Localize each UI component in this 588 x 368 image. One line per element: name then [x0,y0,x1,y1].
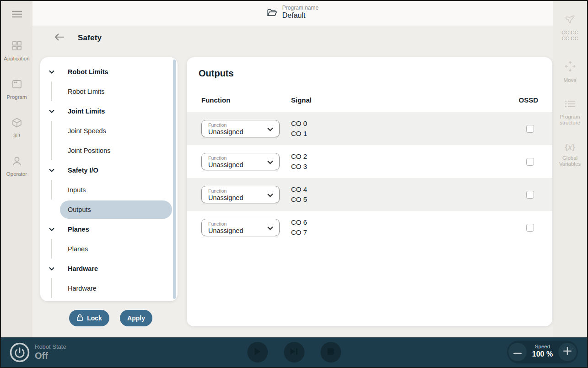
sidebar-item-program-structure[interactable]: Program structure [553,99,587,126]
speed-decrease-button[interactable] [508,343,527,361]
tree-item-label: Robot Limits [68,88,105,95]
tree-item-joint-speeds[interactable]: Joint Speeds [40,121,178,141]
stop-button[interactable] [320,342,341,363]
tree-item-label: Robot Limits [68,68,108,76]
program-icon [11,79,22,92]
tree-item-label: Safety I/O [68,167,98,174]
sidebar-item-label: CC CC [561,30,578,36]
play-button[interactable] [247,342,268,363]
tree-item-inputs[interactable]: Inputs [40,180,178,200]
tree-section-joint-limits[interactable]: Joint Limits [40,101,178,121]
function-dropdown[interactable]: Function Unassigned [201,120,280,137]
hand-icon [564,14,576,27]
sidebar-item-operator[interactable]: Operator [1,156,32,177]
table-row: Function Unassigned CO 4 CO 5 [187,178,552,211]
skip-next-button[interactable] [284,342,304,363]
robot-status-bar: Robot State Off Speed 100 % [1,337,587,367]
tree-scrollbar[interactable] [173,60,176,299]
sidebar-item-label: Application [4,56,29,61]
tree-item-joint-positions[interactable]: Joint Positions [40,141,178,160]
menu-button[interactable] [1,6,32,24]
ossd-checkbox[interactable] [526,191,534,199]
top-header: Program name Default [32,1,553,26]
tree-section-safety-io[interactable]: Safety I/O [40,160,178,180]
chevron-down-icon [267,225,274,233]
function-dropdown[interactable]: Function Unassigned [201,153,280,170]
tree-item-outputs[interactable]: Outputs [40,200,178,219]
ossd-checkbox[interactable] [526,125,534,133]
3d-icon [11,117,22,130]
speed-label: Speed [528,344,557,349]
page-head: Safety [32,33,102,43]
sidebar-item-label: Global [559,155,581,161]
sidebar-item-label: Variables [559,161,581,167]
sidebar-item-label: structure [560,120,580,126]
sidebar-item-3d[interactable]: 3D [1,117,32,138]
global-variables-icon: {x} [565,143,575,152]
chevron-down-icon [267,159,274,168]
right-sidebar: CC CC CC CC Move Program structure {x} [553,1,587,337]
tree-item-robot-limits[interactable]: Robot Limits [40,81,178,101]
sidebar-item-cc[interactable]: CC CC CC CC [553,14,587,42]
outputs-title: Outputs [199,68,234,79]
table-row: Function Unassigned CO 0 CO 1 [187,112,552,145]
sidebar-item-program[interactable]: Program [1,79,32,100]
column-header-signal: Signal [291,96,518,104]
tree-section-robot-limits[interactable]: Robot Limits [40,62,178,81]
ossd-checkbox[interactable] [526,224,534,232]
chevron-down-icon [49,167,55,175]
function-dropdown[interactable]: Function Unassigned [201,186,280,203]
sidebar-item-label: Program [6,94,27,100]
sidebar-item-move[interactable]: Move [553,60,587,83]
tree-item-label: Planes [68,245,88,253]
program-name-control[interactable]: Program name Default [267,5,318,20]
left-sidebar: Application Program 3D Operator [1,1,32,337]
application-icon [11,40,22,53]
plus-icon [563,347,572,357]
lock-button[interactable]: Lock [69,310,109,326]
power-button[interactable] [9,342,30,363]
signal-label: CO 7 [291,227,526,238]
stop-icon [327,348,334,357]
signal-label: CO 5 [291,195,526,205]
robot-state-value: Off [35,351,66,361]
chevron-down-icon [49,226,55,234]
tree-item-label: Hardware [68,265,98,272]
sidebar-item-application[interactable]: Application [1,40,32,61]
tree-item-label: Inputs [68,186,86,194]
speed-increase-button[interactable] [558,343,577,361]
table-row: Function Unassigned CO 6 CO 7 [187,211,552,244]
tree-section-hardware[interactable]: Hardware [40,259,178,278]
chevron-down-icon [49,265,55,274]
lock-button-label: Lock [87,314,102,322]
column-header-function: Function [201,96,291,104]
play-icon [254,347,262,358]
signal-label: CO 2 [291,152,526,162]
chevron-down-icon [49,108,55,116]
chevron-down-icon [267,192,274,200]
tree-section-planes[interactable]: Planes [40,219,178,239]
signal-label: CO 1 [291,129,526,139]
sidebar-item-label: Program [560,114,580,120]
sidebar-item-label: 3D [13,133,20,138]
signal-label: CO 6 [291,217,526,227]
sidebar-item-global-variables[interactable]: {x} Global Variables [553,143,587,167]
sidebar-item-label: Operator [6,171,27,177]
tree-item-planes[interactable]: Planes [40,239,178,259]
move-icon [564,60,576,74]
apply-button[interactable]: Apply [120,310,152,326]
speed-control: Speed 100 % [507,341,578,363]
function-dropdown[interactable]: Function Unassigned [201,219,280,236]
back-arrow-icon[interactable] [54,33,65,43]
apply-button-label: Apply [127,314,145,322]
app-window: Application Program 3D Operator [0,0,588,368]
signal-label: CO 0 [291,119,526,129]
tree-item-label: Joint Positions [68,147,111,154]
outputs-table-body: Function Unassigned CO 0 CO 1 Function U… [187,112,552,244]
sidebar-item-label: CC CC [561,36,578,42]
tree-item-hardware[interactable]: Hardware [40,278,178,298]
program-name-label: Program name [282,5,318,11]
hamburger-icon [11,10,23,21]
ossd-checkbox[interactable] [526,158,534,166]
lock-icon [76,314,83,323]
